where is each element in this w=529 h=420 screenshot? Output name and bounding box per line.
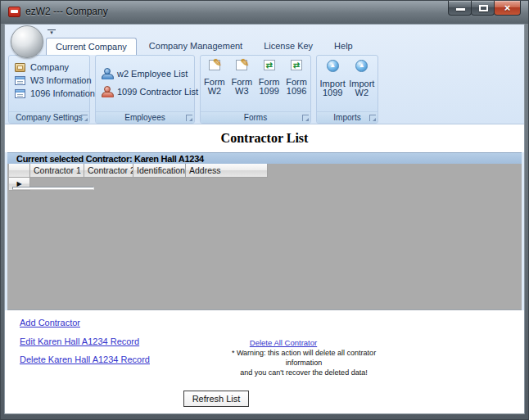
form-info-icon	[15, 76, 25, 85]
group-label: Employees	[124, 113, 165, 122]
ribbon: ▾ Current Company Company Management Lic…	[5, 25, 524, 124]
cell-address[interactable]: Second Stree	[12, 187, 94, 190]
form-1096-button[interactable]: ⇄ Form1096	[283, 60, 310, 111]
form-1099-button[interactable]: ⇄ Form1099	[255, 60, 283, 111]
pencil-icon: ✎	[240, 56, 249, 69]
delete-contractor-link[interactable]: Delete Karen Hall A1234 Record	[20, 355, 150, 364]
person-blue-icon	[102, 68, 112, 79]
title-strip: Contractor List	[5, 124, 524, 152]
window-body: ▾ Current Company Company Management Lic…	[4, 24, 525, 414]
pencil-icon: ✎	[213, 56, 222, 69]
tab-company-management[interactable]: Company Management	[140, 38, 251, 55]
person-red-icon	[102, 86, 112, 97]
window-title: ezW2 --- Company	[25, 1, 108, 24]
refresh-list-button[interactable]: Refresh List	[183, 391, 249, 407]
dialog-launcher-icon[interactable]	[81, 115, 88, 121]
w2-employee-list-button[interactable]: w2 Employee List	[102, 68, 194, 79]
add-contractor-link[interactable]: Add Contractor	[20, 318, 80, 327]
maximize-icon	[479, 5, 488, 11]
header-cell-selector	[9, 164, 30, 178]
import-w2-button[interactable]: ImportW2	[348, 60, 375, 111]
edit-contractor-link[interactable]: Edit Karen Hall A1234 Record	[20, 336, 139, 346]
group-label: Forms	[244, 113, 267, 122]
edit-form-icon: ✎	[236, 60, 247, 70]
warning-line2: and you can't recover the deleted data!	[240, 368, 367, 377]
ribbon-groups: Company W3 Information 1096 Infomation C…	[8, 55, 378, 124]
dialog-launcher-icon[interactable]	[186, 115, 192, 121]
form-w3-button[interactable]: ✎ FormW3	[228, 60, 255, 111]
company-label: Company	[30, 62, 69, 72]
form-w2-button[interactable]: ✎ FormW2	[201, 60, 228, 111]
ribbon-tabs: Current Company Company Management Licen…	[46, 38, 362, 55]
company-icon	[15, 63, 25, 72]
w2-employee-list-label: w2 Employee List	[117, 69, 188, 79]
tab-license-key[interactable]: License Key	[255, 38, 322, 55]
close-icon: ×	[495, 2, 520, 14]
selected-contractor-bar: Current selected Contractor: Karen Hall …	[7, 152, 522, 164]
quick-access-dropdown-icon[interactable]: ▾	[47, 29, 56, 35]
import-icon	[355, 60, 368, 72]
group-forms: ✎ FormW2 ✎ FormW3 ⇄ Form1099 ⇄	[200, 55, 311, 124]
delete-all-contractor-link[interactable]: Delete All Contrator	[250, 338, 317, 347]
arrows-icon: ⇄	[292, 61, 301, 70]
group-label: Imports	[333, 113, 360, 122]
dialog-launcher-icon[interactable]	[302, 115, 309, 121]
form-info-icon	[15, 89, 25, 98]
tab-current-company[interactable]: Current Company	[46, 38, 137, 55]
1099-contractor-list-button[interactable]: 1099 Contractor List	[102, 86, 194, 97]
maximize-button[interactable]	[471, 1, 495, 16]
1099-contractor-list-label: 1099 Contractor List	[117, 87, 198, 97]
dialog-launcher-icon[interactable]	[369, 115, 376, 121]
header-cell-contractor1[interactable]: Contractor 1	[30, 164, 84, 178]
group-label: Company Settings	[16, 113, 83, 122]
application-orb-button[interactable]	[11, 25, 43, 58]
group-employees: w2 Employee List 1099 Contractor List Em…	[95, 55, 195, 124]
contractor-table[interactable]: Contractor 1 Contractor 2 Identification…	[9, 164, 268, 191]
group-footer-employees: Employees	[96, 111, 194, 123]
header-cell-address[interactable]: Address	[186, 164, 268, 178]
table-header-row: Contractor 1 Contractor 2 Identification…	[9, 164, 268, 178]
transfer-form-icon: ⇄	[264, 60, 275, 70]
app-icon	[8, 7, 20, 17]
actions-panel: Add Contractor Edit Karen Hall A1234 Rec…	[5, 310, 524, 414]
tab-help[interactable]: Help	[325, 38, 362, 55]
w3-information-label: W3 Information	[30, 75, 92, 85]
group-footer-company-settings: Company Settings	[9, 111, 89, 123]
delete-warning-text: * Warning: this action will delete all c…	[214, 348, 394, 377]
group-imports: Import1099 ImportW2 Imports	[316, 55, 378, 124]
arrows-icon: ⇄	[264, 61, 274, 70]
import-icon	[327, 60, 339, 72]
group-company-settings: Company W3 Information 1096 Infomation C…	[8, 55, 90, 124]
warning-line1: * Warning: this action will delete all c…	[232, 349, 376, 367]
header-cell-contractor2[interactable]: Contractor 2	[84, 164, 133, 178]
company-button[interactable]: Company	[15, 62, 89, 72]
table-row[interactable]: ▶ Karen Hall A1234 Second Stree	[9, 178, 268, 191]
edit-form-icon: ✎	[209, 60, 220, 70]
transfer-form-icon: ⇄	[291, 60, 302, 70]
1096-information-button[interactable]: 1096 Infomation	[15, 88, 89, 98]
w3-information-button[interactable]: W3 Information	[15, 75, 89, 85]
contractor-grid-area: Contractor 1 Contractor 2 Identification…	[7, 164, 522, 310]
minimize-button[interactable]	[448, 1, 472, 16]
header-cell-identification[interactable]: Identification#	[133, 164, 186, 178]
minimize-icon	[456, 8, 465, 11]
close-button[interactable]: ×	[494, 1, 521, 16]
app-window: ezW2 --- Company × ▾ Current Company Com…	[0, 0, 529, 420]
group-footer-imports: Imports	[317, 111, 378, 123]
page-title: Contractor List	[221, 131, 309, 146]
titlebar[interactable]: ezW2 --- Company ×	[1, 1, 528, 24]
1096-information-label: 1096 Infomation	[30, 88, 95, 98]
import-1099-button[interactable]: Import1099	[319, 60, 346, 111]
group-footer-forms: Forms	[201, 111, 310, 123]
